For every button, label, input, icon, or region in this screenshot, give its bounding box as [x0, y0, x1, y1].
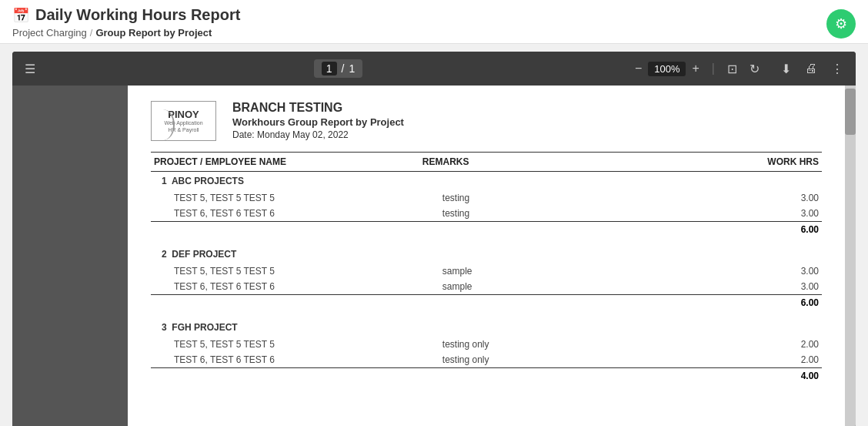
logo-arc-decoration [152, 109, 175, 140]
breadcrumb-current: Group Report by Project [95, 27, 212, 39]
employee-hours: 3.00 [654, 263, 822, 279]
employee-remarks: testing only [419, 352, 654, 368]
header-row: PROJECT / EMPLOYEE NAME REMARKS WORK HRS [151, 153, 822, 172]
employee-name: TEST 5, TEST 5 TEST 5 [151, 263, 419, 279]
toolbar-separator-1: | [712, 62, 715, 75]
subtotal-row: 4.00 [151, 368, 822, 384]
employee-name: TEST 5, TEST 5 TEST 5 [151, 337, 419, 352]
zoom-in-button[interactable]: + [689, 60, 702, 77]
project-row: 1 ABC PROJECTS [151, 172, 822, 191]
logo-box: PINOY Web Application HR & Payroll [151, 101, 216, 141]
spacer-row [151, 384, 822, 391]
project-row: 2 DEF PROJECT [151, 245, 822, 263]
pdf-page: PINOY Web Application HR & Payroll BRANC… [128, 86, 845, 426]
zoom-area: − 100% + [632, 60, 703, 77]
download-button[interactable]: ⬇ [778, 60, 794, 78]
project-name: 3 FGH PROJECT [151, 318, 822, 337]
report-table-body: 1 ABC PROJECTS TEST 5, TEST 5 TEST 5 tes… [151, 172, 822, 392]
employee-remarks: testing [419, 190, 654, 206]
pdf-toolbar: ☰ 1 / 1 − 100% + | ⊡ ↻ ⬇ 🖨 ⋮ [12, 52, 856, 86]
employee-row: TEST 5, TEST 5 TEST 5 testing only 2.00 [151, 337, 822, 352]
print-button[interactable]: 🖨 [802, 60, 820, 77]
report-table: PROJECT / EMPLOYEE NAME REMARKS WORK HRS… [151, 152, 822, 391]
employee-remarks: sample [419, 263, 654, 279]
employee-remarks: sample [419, 279, 654, 295]
breadcrumb-link[interactable]: Project Charging [12, 27, 87, 39]
breadcrumb-separator: / [90, 27, 93, 39]
table-header: PROJECT / EMPLOYEE NAME REMARKS WORK HRS [151, 153, 822, 172]
subtotal-value: 4.00 [654, 368, 822, 384]
spacer-row [151, 310, 822, 318]
zoom-value: 100% [648, 62, 686, 76]
employee-hours: 2.00 [654, 352, 822, 368]
breadcrumb: Project Charging / Group Report by Proje… [12, 27, 240, 39]
toolbar-right: ⬇ 🖨 ⋮ [778, 60, 846, 78]
employee-row: TEST 5, TEST 5 TEST 5 testing 3.00 [151, 190, 822, 206]
pdf-content-area: PINOY Web Application HR & Payroll BRANC… [12, 86, 856, 426]
current-page-input[interactable]: 1 [322, 62, 337, 75]
project-name: 2 DEF PROJECT [151, 245, 822, 263]
gear-icon: ⚙ [835, 15, 847, 32]
employee-name: TEST 6, TEST 6 TEST 6 [151, 352, 419, 368]
page-title-area: 📅 Daily Working Hours Report [12, 6, 240, 24]
report-date: Date: Monday May 02, 2022 [232, 129, 404, 140]
employee-remarks: testing [419, 206, 654, 222]
subtotal-row: 6.00 [151, 222, 822, 238]
calendar-icon: 📅 [12, 7, 29, 24]
fit-page-button[interactable]: ⊡ [724, 60, 740, 78]
col-header-remarks: REMARKS [419, 153, 654, 172]
employee-row: TEST 5, TEST 5 TEST 5 sample 3.00 [151, 263, 822, 279]
employee-hours: 3.00 [654, 206, 822, 222]
report-company: BRANCH TESTING [232, 101, 404, 115]
subtotal-row: 6.00 [151, 295, 822, 311]
col-header-workhrs: WORK HRS [654, 153, 822, 172]
pdf-scrollbar-thumb[interactable] [845, 89, 856, 135]
subtotal-spacer [419, 295, 654, 311]
employee-row: TEST 6, TEST 6 TEST 6 testing only 2.00 [151, 352, 822, 368]
hamburger-menu-button[interactable]: ☰ [22, 60, 38, 78]
employee-hours: 3.00 [654, 190, 822, 206]
employee-name: TEST 5, TEST 5 TEST 5 [151, 190, 419, 206]
subtotal-label [151, 295, 419, 311]
pdf-scrollbar[interactable] [845, 86, 856, 426]
report-subtitle: Workhours Group Report by Project [232, 116, 404, 128]
gear-button[interactable]: ⚙ [826, 9, 856, 39]
total-pages: 1 [349, 62, 355, 75]
pdf-viewer: ☰ 1 / 1 − 100% + | ⊡ ↻ ⬇ 🖨 ⋮ [12, 52, 856, 426]
zoom-out-button[interactable]: − [632, 60, 645, 77]
subtotal-spacer [419, 368, 654, 384]
employee-hours: 3.00 [654, 279, 822, 295]
subtotal-value: 6.00 [654, 222, 822, 238]
employee-name: TEST 6, TEST 6 TEST 6 [151, 279, 419, 295]
rotate-button[interactable]: ↻ [746, 60, 763, 78]
employee-row: TEST 6, TEST 6 TEST 6 sample 3.00 [151, 279, 822, 295]
subtotal-value: 6.00 [654, 295, 822, 311]
page-separator: / [342, 62, 345, 75]
page-title: Daily Working Hours Report [35, 6, 240, 24]
subtotal-label [151, 222, 419, 238]
employee-hours: 2.00 [654, 337, 822, 352]
report-header: PINOY Web Application HR & Payroll BRANC… [151, 101, 822, 141]
more-options-button[interactable]: ⋮ [828, 60, 846, 78]
project-row: 3 FGH PROJECT [151, 318, 822, 337]
spacer-row [151, 237, 822, 245]
logo-area: PINOY Web Application HR & Payroll [151, 101, 220, 141]
subtotal-spacer [419, 222, 654, 238]
header-left: 📅 Daily Working Hours Report Project Cha… [12, 6, 240, 39]
pdf-sidebar-dark [12, 86, 128, 426]
col-header-project: PROJECT / EMPLOYEE NAME [151, 153, 419, 172]
report-title-area: BRANCH TESTING Workhours Group Report by… [232, 101, 404, 140]
employee-remarks: testing only [419, 337, 654, 352]
employee-name: TEST 6, TEST 6 TEST 6 [151, 206, 419, 222]
subtotal-label [151, 368, 419, 384]
top-header: 📅 Daily Working Hours Report Project Cha… [0, 0, 868, 44]
pdf-pagination: 1 / 1 [314, 59, 362, 78]
employee-row: TEST 6, TEST 6 TEST 6 testing 3.00 [151, 206, 822, 222]
project-name: 1 ABC PROJECTS [151, 172, 822, 191]
